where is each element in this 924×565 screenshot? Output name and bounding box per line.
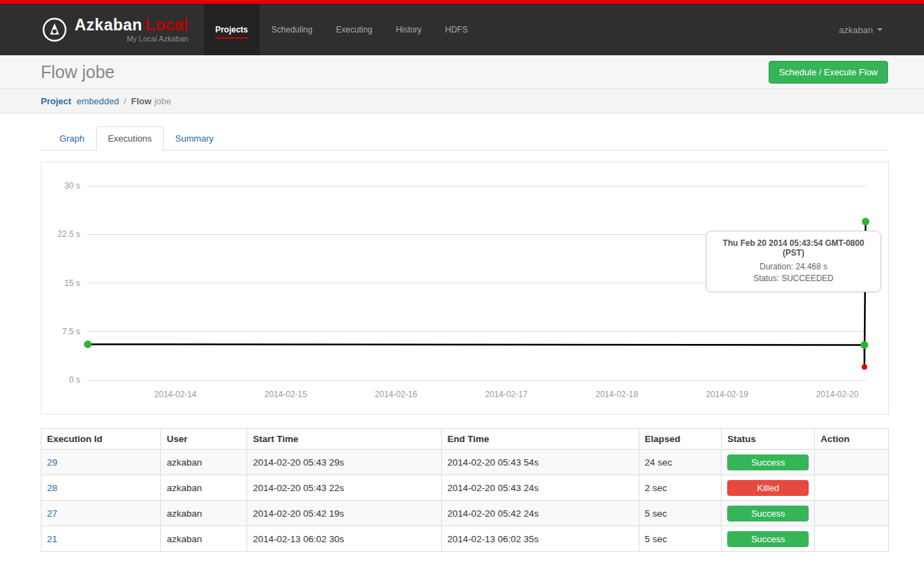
nav-item-hdfs[interactable]: HDFS bbox=[433, 4, 479, 55]
execution-point[interactable] bbox=[862, 218, 869, 225]
nav-item-label: Executing bbox=[336, 25, 372, 35]
brand[interactable]: AzkabanLocal My Local Azkaban bbox=[41, 4, 189, 55]
column-header: User bbox=[161, 429, 247, 450]
status-badge: Success bbox=[727, 454, 809, 470]
nav-item-projects[interactable]: Projects bbox=[204, 4, 260, 55]
start-time-cell: 2014-02-20 05:42 19s bbox=[247, 501, 442, 526]
start-time-cell: 2014-02-13 06:02 30s bbox=[247, 526, 442, 552]
column-header: Elapsed bbox=[639, 429, 722, 450]
status-cell: Success bbox=[722, 501, 815, 526]
execution-id-cell: 28 bbox=[41, 475, 161, 501]
breadcrumb-separator: / bbox=[124, 96, 126, 106]
user-name: azkaban bbox=[839, 25, 873, 35]
user-cell: azkaban bbox=[161, 450, 247, 475]
caret-down-icon bbox=[877, 28, 883, 31]
breadcrumb-project-label: Project bbox=[41, 96, 71, 106]
x-axis-tick-label: 2014-02-17 bbox=[485, 390, 528, 399]
breadcrumb-flow-name: jobe bbox=[154, 96, 171, 106]
x-axis-tick-label: 2014-02-14 bbox=[154, 390, 197, 399]
column-header: Start Time bbox=[247, 429, 442, 450]
brand-accent: Local bbox=[145, 16, 189, 34]
y-axis-tick-label: 0 s bbox=[69, 375, 80, 385]
page-title-name: jobe bbox=[82, 62, 115, 82]
table-header-row: Execution IdUserStart TimeEnd TimeElapse… bbox=[41, 429, 889, 450]
execution-id-link[interactable]: 21 bbox=[47, 534, 57, 544]
action-cell bbox=[815, 526, 889, 552]
brand-name: Azkaban bbox=[75, 16, 142, 34]
execution-row: 28azkaban2014-02-20 05:43 22s2014-02-20 … bbox=[41, 475, 889, 501]
status-badge: Success bbox=[727, 506, 809, 521]
brand-row: AzkabanLocal bbox=[75, 17, 189, 33]
y-axis-tick-label: 7.5 s bbox=[62, 327, 80, 336]
tooltip-timestamp: Thu Feb 20 2014 05:43:54 GMT-0800 (PST) bbox=[712, 238, 875, 258]
user-cell: azkaban bbox=[161, 526, 247, 552]
table-body: 29azkaban2014-02-20 05:43 29s2014-02-20 … bbox=[41, 450, 889, 552]
user-dropdown[interactable]: azkaban bbox=[839, 25, 883, 35]
tooltip-duration: Duration: 24.468 s bbox=[712, 261, 875, 273]
nav-item-label: Projects bbox=[215, 25, 248, 39]
execution-id-cell: 21 bbox=[41, 526, 161, 552]
status-badge: Success bbox=[727, 531, 809, 547]
brand-text: AzkabanLocal My Local Azkaban bbox=[75, 17, 189, 43]
execution-tooltip: Thu Feb 20 2014 05:43:54 GMT-0800 (PST) … bbox=[706, 231, 881, 292]
executions-table: Execution IdUserStart TimeEnd TimeElapse… bbox=[41, 428, 889, 552]
y-axis-tick-label: 30 s bbox=[64, 181, 80, 191]
user-cell: azkaban bbox=[161, 475, 247, 501]
x-axis-tick-label: 2014-02-19 bbox=[706, 390, 749, 399]
action-cell bbox=[815, 475, 889, 501]
column-header: Status bbox=[722, 429, 815, 450]
action-cell bbox=[815, 501, 889, 526]
start-time-cell: 2014-02-20 05:43 29s bbox=[247, 450, 442, 475]
page-title-prefix: Flow bbox=[41, 62, 77, 82]
tabs: GraphExecutionsSummary bbox=[41, 126, 889, 151]
y-axis-tick-label: 15 s bbox=[64, 278, 80, 288]
execution-id-link[interactable]: 27 bbox=[47, 508, 57, 519]
elapsed-cell: 24 sec bbox=[639, 450, 722, 475]
nav-item-executing[interactable]: Executing bbox=[324, 4, 384, 55]
tab-executions[interactable]: Executions bbox=[96, 126, 164, 151]
x-axis-tick-label: 2014-02-15 bbox=[264, 390, 307, 399]
column-header: Execution Id bbox=[41, 429, 161, 450]
end-time-cell: 2014-02-20 05:43 24s bbox=[441, 475, 639, 501]
elapsed-cell: 2 sec bbox=[639, 475, 722, 501]
execution-point[interactable] bbox=[862, 364, 867, 370]
page-title: Flow jobe bbox=[41, 62, 115, 82]
status-cell: Success bbox=[722, 450, 815, 475]
execution-point[interactable] bbox=[84, 341, 92, 348]
user-cell: azkaban bbox=[161, 501, 247, 526]
column-header: Action bbox=[815, 429, 889, 450]
status-badge: Killed bbox=[727, 480, 809, 496]
tab-graph[interactable]: Graph bbox=[48, 126, 96, 151]
end-time-cell: 2014-02-20 05:43 54s bbox=[441, 450, 639, 475]
x-axis-tick-label: 2014-02-18 bbox=[595, 390, 638, 399]
y-axis-tick-label: 22.5 s bbox=[57, 229, 80, 239]
main-content: GraphExecutionsSummary 30 s22.5 s15 s7.5… bbox=[0, 126, 924, 552]
execution-id-link[interactable]: 28 bbox=[47, 483, 57, 493]
execution-id-cell: 29 bbox=[41, 450, 161, 475]
status-cell: Success bbox=[722, 526, 815, 552]
nav-item-scheduling[interactable]: Scheduling bbox=[260, 4, 324, 55]
breadcrumb-project-name: embedded bbox=[77, 96, 119, 106]
nav-item-history[interactable]: History bbox=[384, 4, 433, 55]
execution-id-cell: 27 bbox=[41, 501, 161, 526]
schedule-execute-flow-button[interactable]: Schedule / Execute Flow bbox=[769, 61, 888, 84]
action-cell bbox=[815, 450, 889, 475]
execution-id-link[interactable]: 29 bbox=[47, 457, 57, 468]
execution-point[interactable] bbox=[860, 341, 868, 349]
elapsed-cell: 5 sec bbox=[639, 526, 722, 552]
x-axis-tick-label: 2014-02-20 bbox=[816, 390, 859, 399]
azkaban-logo-icon bbox=[41, 17, 68, 43]
execution-row: 27azkaban2014-02-20 05:42 19s2014-02-20 … bbox=[41, 501, 889, 526]
end-time-cell: 2014-02-13 06:02 35s bbox=[441, 526, 639, 552]
tab-summary[interactable]: Summary bbox=[164, 126, 226, 151]
execution-row: 29azkaban2014-02-20 05:43 29s2014-02-20 … bbox=[41, 450, 889, 475]
status-cell: Killed bbox=[722, 475, 815, 501]
end-time-cell: 2014-02-20 05:42 24s bbox=[441, 501, 639, 526]
nav-item-label: History bbox=[396, 25, 421, 35]
column-header: End Time bbox=[441, 429, 639, 450]
brand-subtitle: My Local Azkaban bbox=[75, 35, 189, 43]
breadcrumb: Project embedded / Flow jobe bbox=[0, 89, 924, 113]
nav-item-label: Scheduling bbox=[271, 25, 312, 35]
breadcrumb-project-link[interactable]: Project embedded bbox=[41, 96, 119, 106]
chart-panel: 30 s22.5 s15 s7.5 s0 s2014-02-142014-02-… bbox=[41, 162, 889, 414]
